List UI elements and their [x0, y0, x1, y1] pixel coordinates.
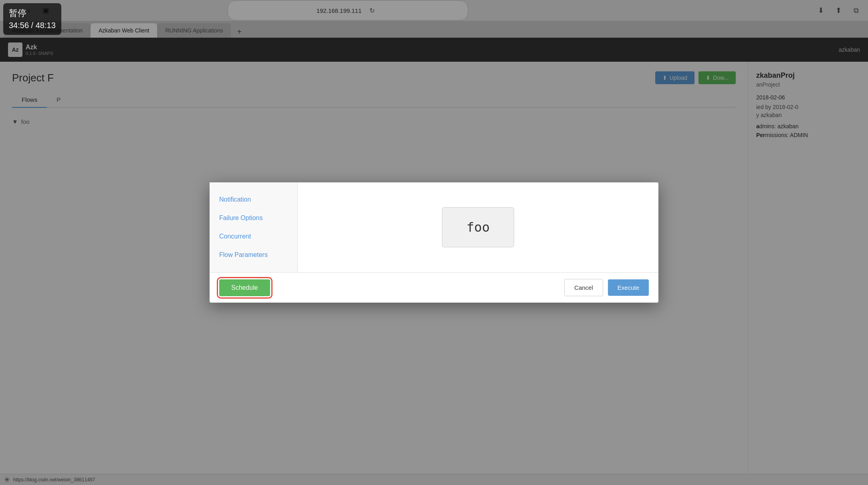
- modal-nav-flow-parameters[interactable]: Flow Parameters: [210, 246, 297, 264]
- execute-button[interactable]: Execute: [608, 279, 649, 296]
- modal-sidebar: Notification Failure Options Concurrent …: [210, 182, 298, 272]
- modal-body: Notification Failure Options Concurrent …: [210, 182, 658, 272]
- schedule-button[interactable]: Schedule: [219, 279, 270, 296]
- modal-footer: Schedule Cancel Execute: [210, 272, 658, 303]
- modal-nav-concurrent[interactable]: Concurrent: [210, 227, 297, 246]
- execute-label: Execute: [618, 284, 639, 291]
- cancel-button[interactable]: Cancel: [564, 279, 603, 296]
- flow-node-label: foo: [466, 220, 490, 235]
- modal-dialog: Notification Failure Options Concurrent …: [210, 182, 658, 303]
- flow-node: foo: [442, 207, 514, 247]
- modal-nav-failure-options[interactable]: Failure Options: [210, 209, 297, 227]
- cancel-label: Cancel: [574, 284, 593, 291]
- pause-zh-text: 暂停: [9, 7, 56, 20]
- pause-time: 34:56 / 48:13: [9, 20, 56, 31]
- pause-indicator: 暂停 34:56 / 48:13: [3, 3, 61, 35]
- schedule-label: Schedule: [231, 284, 258, 291]
- modal-content-area: foo: [298, 182, 658, 272]
- modal-nav-notification[interactable]: Notification: [210, 190, 297, 209]
- modal-overlay: Notification Failure Options Concurrent …: [0, 0, 868, 485]
